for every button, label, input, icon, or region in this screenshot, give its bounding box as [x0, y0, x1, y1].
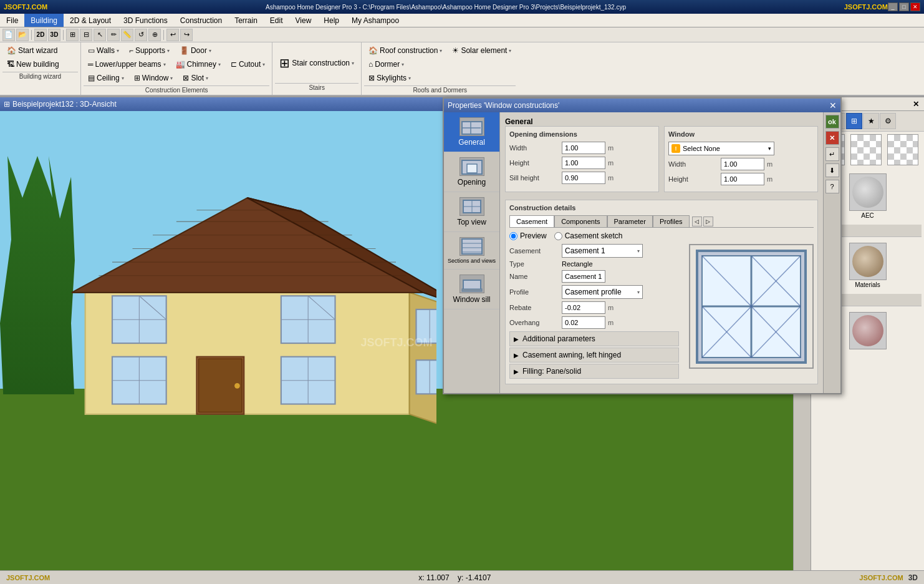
cutout-dropdown-arrow: ▾ [262, 62, 265, 67]
casement-dropdown[interactable]: Casement 1 ▾ [562, 244, 643, 258]
preview-radio-label[interactable]: Preview [509, 231, 547, 240]
props-nav-general[interactable]: General [444, 112, 499, 152]
filling-arrow: ▶ [514, 368, 519, 375]
casement-sketch-radio[interactable] [554, 232, 562, 240]
menu-construction[interactable]: Construction [174, 14, 228, 27]
menu-edit[interactable]: Edit [264, 14, 289, 27]
new-icon[interactable]: 📄 [2, 29, 15, 41]
supports-icon: ⌐ [129, 46, 133, 55]
general-nav-icon [460, 117, 484, 136]
tab-prev-button[interactable]: ◁ [692, 217, 702, 226]
slot-button[interactable]: ⊠ Slot ▾ [178, 72, 213, 84]
3d-icon[interactable]: 3D [48, 29, 60, 41]
stair-construction-button[interactable]: ⊞ Stair construction ▾ [275, 44, 359, 82]
catalog-grid-icon[interactable]: ⊞ [846, 113, 862, 129]
cutout-button[interactable]: ⊏ Cutout ▾ [226, 58, 269, 71]
casement-awning-row[interactable]: ▶ Casement awning, left hinged [509, 348, 679, 363]
window-width-label: Width [668, 160, 718, 168]
preview-radio[interactable] [509, 232, 517, 240]
chimney-dropdown-arrow: ▾ [218, 62, 221, 67]
grid-icon[interactable]: ⊟ [80, 29, 92, 41]
menu-help[interactable]: Help [317, 14, 345, 27]
profiles-tab[interactable]: Profiles [653, 215, 690, 227]
components-tab[interactable]: Components [554, 215, 607, 227]
minimize-button[interactable]: _ [888, 2, 898, 11]
maximize-button[interactable]: □ [899, 2, 909, 11]
rotate-icon[interactable]: ↺ [135, 29, 147, 41]
props-nav-window-sill[interactable]: Window sill [444, 270, 499, 309]
catalog-settings-icon[interactable]: ⚙ [880, 113, 896, 129]
menu-2d-layout[interactable]: 2D & Layout [64, 14, 117, 27]
roof-construction-button[interactable]: 🏠 Roof construction ▾ [364, 44, 446, 57]
sill-height-input[interactable] [562, 172, 605, 184]
window-button[interactable]: ⊞ Window ▾ [130, 72, 178, 84]
undo-icon[interactable]: ↩ [166, 29, 179, 41]
height-label: Height [509, 159, 559, 167]
measure-icon[interactable]: 📏 [121, 29, 133, 41]
catalog-thumb-2[interactable] [850, 134, 882, 165]
pencil-icon[interactable]: ✏ [107, 29, 120, 41]
name-input[interactable] [562, 270, 605, 283]
casement-sketch-radio-label[interactable]: Casement sketch [554, 231, 623, 240]
ceiling-dropdown-arrow: ▾ [122, 75, 124, 81]
tab-next-button[interactable]: ▷ [703, 217, 713, 226]
rebate-input[interactable] [562, 301, 605, 314]
parameter-tab[interactable]: Parameter [607, 215, 653, 227]
dormer-dropdown-arrow: ▾ [402, 62, 404, 67]
menu-building[interactable]: Building [24, 14, 64, 27]
props-nav-opening[interactable]: Opening [444, 152, 499, 192]
height-input[interactable] [562, 157, 605, 169]
props-nav-sections[interactable]: Sections and views [444, 232, 499, 270]
new-building-button[interactable]: 🏗 New building [2, 58, 64, 71]
window-height-unit: m [767, 175, 772, 183]
2d-icon[interactable]: 2D [34, 29, 47, 41]
filling-row[interactable]: ▶ Filling: Pane/solid [509, 364, 679, 379]
casement-tab[interactable]: Casement [509, 215, 554, 227]
profile-dropdown[interactable]: Casement profile ▾ [562, 285, 643, 299]
select-none-dropdown[interactable]: ! Select None ▾ [668, 142, 774, 155]
start-wizard-button[interactable]: 🏠 Start wizard [2, 44, 62, 57]
ceiling-button[interactable]: ▤ Ceiling ▾ [84, 72, 128, 84]
menu-3d-functions[interactable]: 3D Functions [117, 14, 174, 27]
width-input[interactable] [562, 142, 605, 154]
help-button[interactable]: ? [825, 180, 839, 193]
additional-params-row[interactable]: ▶ Additional parameters [509, 331, 679, 346]
open-icon[interactable]: 📂 [16, 29, 29, 41]
walls-button[interactable]: ▭ Walls ▾ [84, 44, 123, 57]
redo-icon[interactable]: ↪ [180, 29, 193, 41]
dormer-button[interactable]: ⌂ Dormer ▾ [364, 58, 408, 71]
lower-upper-beams-button[interactable]: ═ Lower/upper beams ▾ [84, 58, 170, 71]
catalog-thumb-3[interactable] [887, 134, 918, 165]
overhang-input[interactable] [562, 316, 605, 329]
casement-awning-arrow: ▶ [514, 352, 519, 359]
window-height-label: Height [668, 175, 718, 183]
close-button[interactable]: ✕ [910, 2, 920, 11]
cursor-icon[interactable]: ⊕ [148, 29, 161, 41]
back-button[interactable]: ↵ [825, 147, 839, 161]
menu-file[interactable]: File [0, 14, 24, 27]
solar-element-button[interactable]: ☀ Solar element ▾ [448, 44, 516, 57]
menu-view[interactable]: View [289, 14, 318, 27]
menu-my-ashampoo[interactable]: My Ashampoo [345, 14, 405, 27]
properties-close-icon[interactable]: ✕ [829, 100, 837, 110]
skylights-button[interactable]: ⊠ Skylights ▾ [364, 72, 415, 84]
floor-plan-icon[interactable]: ⊞ [66, 29, 79, 41]
window-width-input[interactable] [721, 158, 764, 170]
window-height-input[interactable] [721, 173, 764, 185]
door-icon: 🚪 [180, 46, 189, 55]
door-button[interactable]: 🚪 Door ▾ [175, 44, 216, 57]
cancel-button[interactable]: ✕ [825, 131, 839, 145]
opening-dimensions-title: Opening dimensions [509, 130, 655, 138]
ok-button[interactable]: ok [825, 115, 839, 129]
download-button[interactable]: ⬇ [825, 163, 839, 177]
stair-dropdown-arrow: ▾ [352, 61, 354, 66]
supports-button[interactable]: ⌐ Supports ▾ [125, 44, 174, 57]
catalog-star-icon[interactable]: ★ [863, 113, 879, 129]
menu-terrain[interactable]: Terrain [228, 14, 264, 27]
viewport-icon: ⊞ [4, 100, 10, 109]
select-icon[interactable]: ↖ [94, 29, 106, 41]
catalog-close-icon[interactable]: ✕ [913, 100, 919, 109]
props-nav-top-view[interactable]: Top view [444, 192, 499, 232]
chimney-button[interactable]: 🏭 Chimney ▾ [171, 58, 225, 71]
aec-thumb [849, 173, 887, 211]
